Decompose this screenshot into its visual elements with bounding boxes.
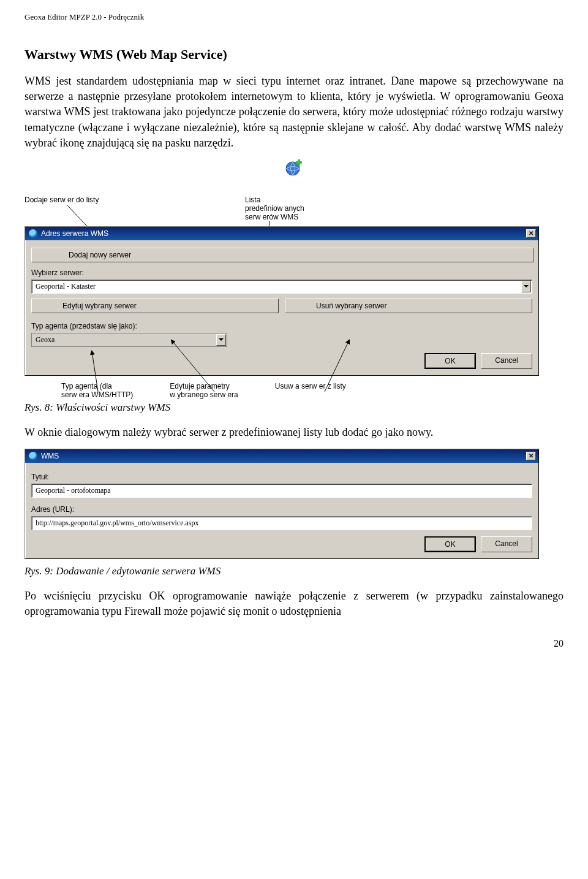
- delete-server-button[interactable]: Usuń wybrany serwer: [285, 299, 532, 313]
- ok-button[interactable]: OK: [424, 536, 476, 552]
- annot-add-server: Dodaje serw er do listy: [24, 196, 123, 221]
- wms-url-label: Adres (URL):: [31, 505, 532, 514]
- globe-icon: [29, 229, 37, 238]
- wms-url-input[interactable]: [31, 516, 532, 530]
- agent-type-select[interactable]: Geoxa: [31, 333, 227, 347]
- agent-type-label: Typ agenta (przedstaw się jako):: [31, 322, 532, 330]
- svg-point-0: [286, 162, 300, 175]
- globe-icon: [29, 452, 37, 460]
- select-server-label: Wybierz serwer:: [31, 268, 532, 277]
- wms-title-label: Tytuł:: [31, 473, 532, 481]
- annot-remove-server: Usuw a serw er z listy: [275, 382, 346, 399]
- wms-dialog: WMS ✕ Tytuł: Adres (URL): OK Cancel: [24, 449, 539, 559]
- svg-rect-2: [298, 159, 300, 166]
- ok-button[interactable]: OK: [424, 353, 476, 369]
- add-wms-icon: [285, 159, 303, 181]
- cancel-button[interactable]: Cancel: [481, 353, 532, 369]
- dialog2-title: WMS: [41, 452, 59, 460]
- close-icon[interactable]: ✕: [526, 229, 536, 238]
- edit-server-button[interactable]: Edytuj wybrany serwer: [31, 299, 279, 313]
- annot-agent-type: Typ agenta (dla serw era WMS/HTTP): [61, 382, 133, 399]
- paragraph-2: W oknie dialogowym należy wybrać serwer …: [24, 425, 564, 440]
- annot-predef-list: Lista predefiniow anych serw erów WMS: [245, 196, 343, 221]
- wms-title-input[interactable]: [31, 484, 532, 498]
- dialog1-title: Adres serwera WMS: [41, 229, 108, 238]
- doc-header: Geoxa Editor MPZP 2.0 - Podręcznik: [24, 12, 564, 22]
- page-number: 20: [24, 638, 564, 649]
- close-icon[interactable]: ✕: [526, 452, 536, 460]
- server-select[interactable]: Geoportal - Kataster: [31, 280, 532, 294]
- wms-address-dialog: Adres serwera WMS ✕ Dodaj nowy serwer Wy…: [24, 226, 539, 376]
- figure-8-caption: Rys. 8: Właściwości warstwy WMS: [24, 401, 564, 414]
- paragraph-3: Po wciśnięciu przycisku OK oprogramowani…: [24, 588, 564, 619]
- section-title: Warstwy WMS (Web Map Service): [24, 47, 564, 63]
- chevron-down-icon[interactable]: [521, 281, 531, 292]
- paragraph-1: WMS jest standardem udostępniania map w …: [24, 74, 564, 151]
- add-new-server-button[interactable]: Dodaj nowy serwer: [31, 248, 533, 262]
- chevron-down-icon[interactable]: [216, 334, 226, 346]
- figure-9-caption: Rys. 9: Dodawanie / edytowanie serwera W…: [24, 565, 564, 577]
- cancel-button[interactable]: Cancel: [481, 536, 532, 552]
- annot-edit-params: Edytuje parametry w ybranego serw era: [170, 382, 238, 399]
